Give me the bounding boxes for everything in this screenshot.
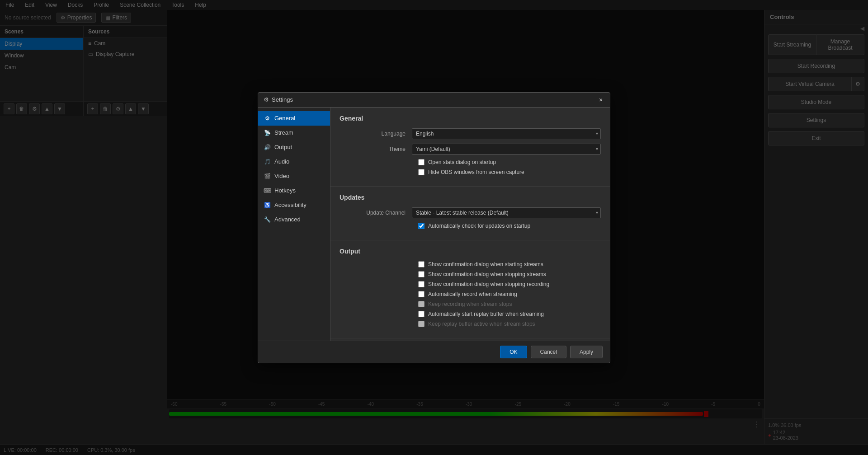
- confirm-stop-checkbox[interactable]: [418, 271, 425, 277]
- keep-recording-checkbox[interactable]: [418, 301, 425, 307]
- nav-hotkeys[interactable]: ⌨ Hotkeys: [258, 183, 330, 198]
- output-section: Output Show confirmation dialog when sta…: [330, 240, 610, 338]
- keep-recording-row: Keep recording when stream stops: [418, 301, 601, 307]
- update-channel-select[interactable]: Stable - Latest stable release (Default): [412, 207, 601, 218]
- confirm-stop-label: Show confirmation dialog when stopping s…: [428, 271, 546, 277]
- confirm-stop-rec-row: Show confirmation dialog when stopping r…: [418, 281, 601, 287]
- auto-record-row: Automatically record when streaming: [418, 291, 601, 297]
- updates-section-title: Updates: [340, 194, 601, 201]
- confirm-stop-row: Show confirmation dialog when stopping s…: [418, 271, 601, 277]
- obs-main-window: File Edit View Docks Profile Scene Colle…: [0, 0, 868, 455]
- nav-advanced[interactable]: 🔧 Advanced: [258, 212, 330, 227]
- nav-accessibility[interactable]: ♿ Accessibility: [258, 198, 330, 212]
- update-channel-label: Update Channel: [340, 210, 412, 216]
- settings-gear-icon: ⚙: [264, 96, 269, 103]
- keep-replay-checkbox[interactable]: [418, 321, 425, 327]
- general-section: General Language English ▾ Theme: [330, 108, 610, 187]
- dialog-titlebar: ⚙ Settings ×: [258, 93, 610, 108]
- auto-check-row: Automatically check for updates on start…: [418, 223, 601, 229]
- theme-select[interactable]: Yami (Default): [412, 144, 601, 155]
- language-row: Language English ▾: [340, 128, 601, 139]
- language-control: English ▾: [412, 128, 601, 139]
- confirm-start-checkbox[interactable]: [418, 261, 425, 267]
- snapping-section: Source Alignment Snapping Enable: [330, 338, 610, 341]
- auto-check-checkbox[interactable]: [418, 223, 425, 229]
- video-icon: 🎬: [264, 173, 271, 180]
- dialog-title-container: ⚙ Settings: [264, 96, 293, 103]
- theme-control: Yami (Default) ▾: [412, 144, 601, 155]
- hotkeys-icon: ⌨: [264, 187, 271, 194]
- update-channel-row: Update Channel Stable - Latest stable re…: [340, 207, 601, 218]
- general-icon: ⚙: [264, 115, 271, 122]
- hide-obs-label: Hide OBS windows from screen capture: [428, 169, 524, 175]
- nav-general[interactable]: ⚙ General: [258, 111, 330, 126]
- keep-replay-label: Keep replay buffer active when stream st…: [428, 321, 535, 327]
- ok-button[interactable]: OK: [500, 346, 527, 358]
- auto-record-checkbox[interactable]: [418, 291, 425, 297]
- theme-row: Theme Yami (Default) ▾: [340, 144, 601, 155]
- auto-replay-checkbox[interactable]: [418, 311, 425, 317]
- update-channel-control: Stable - Latest stable release (Default)…: [412, 207, 601, 218]
- general-section-title: General: [340, 115, 601, 122]
- settings-content: General Language English ▾ Theme: [330, 108, 610, 341]
- language-select[interactable]: English: [412, 128, 601, 139]
- output-section-title: Output: [340, 248, 601, 255]
- nav-audio[interactable]: 🎵 Audio: [258, 155, 330, 169]
- confirm-start-label: Show confirmation dialog when starting s…: [428, 261, 543, 267]
- theme-label: Theme: [340, 146, 412, 152]
- open-stats-row: Open stats dialog on startup: [418, 159, 601, 165]
- confirm-stop-rec-checkbox[interactable]: [418, 281, 425, 287]
- updates-section: Updates Update Channel Stable - Latest s…: [330, 187, 610, 240]
- output-icon: 🔊: [264, 144, 271, 151]
- auto-check-label: Automatically check for updates on start…: [428, 223, 530, 229]
- keep-replay-row: Keep replay buffer active when stream st…: [418, 321, 601, 327]
- dialog-close-button[interactable]: ×: [597, 96, 604, 103]
- auto-replay-row: Automatically start replay buffer when s…: [418, 311, 601, 317]
- dialog-body: ⚙ General 📡 Stream 🔊 Output 🎵 Audio: [258, 108, 610, 341]
- nav-video[interactable]: 🎬 Video: [258, 169, 330, 183]
- audio-icon: 🎵: [264, 158, 271, 165]
- confirm-stop-rec-label: Show confirmation dialog when stopping r…: [428, 281, 549, 287]
- nav-stream[interactable]: 📡 Stream: [258, 126, 330, 140]
- apply-button[interactable]: Apply: [570, 346, 603, 358]
- keep-recording-label: Keep recording when stream stops: [428, 301, 512, 307]
- open-stats-checkbox[interactable]: [418, 159, 425, 165]
- settings-nav: ⚙ General 📡 Stream 🔊 Output 🎵 Audio: [258, 108, 330, 341]
- confirm-start-row: Show confirmation dialog when starting s…: [418, 261, 601, 267]
- hide-obs-checkbox[interactable]: [418, 169, 425, 175]
- dialog-footer: OK Cancel Apply: [258, 341, 610, 363]
- language-label: Language: [340, 131, 412, 137]
- stream-icon: 📡: [264, 129, 271, 136]
- nav-output[interactable]: 🔊 Output: [258, 140, 330, 155]
- accessibility-icon: ♿: [264, 202, 271, 209]
- auto-record-label: Automatically record when streaming: [428, 291, 517, 297]
- modal-overlay: ⚙ Settings × ⚙ General 📡 Stream: [0, 0, 868, 455]
- hide-obs-row: Hide OBS windows from screen capture: [418, 169, 601, 175]
- dialog-title-text: Settings: [272, 96, 293, 103]
- auto-replay-label: Automatically start replay buffer when s…: [428, 311, 544, 317]
- settings-dialog: ⚙ Settings × ⚙ General 📡 Stream: [258, 92, 610, 363]
- open-stats-label: Open stats dialog on startup: [428, 159, 496, 165]
- advanced-icon: 🔧: [264, 216, 271, 223]
- cancel-button[interactable]: Cancel: [531, 346, 566, 358]
